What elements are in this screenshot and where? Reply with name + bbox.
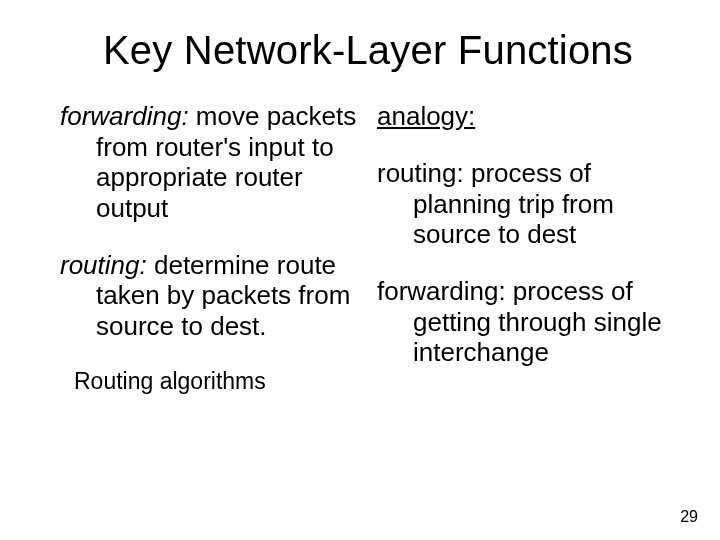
analogy-forwarding: forwarding: process of getting through s… [377,276,676,368]
forwarding-def: forwarding: move packets from router's i… [60,101,359,224]
routing-algorithms-label: Routing algorithms [74,368,359,395]
forwarding-term: forwarding: [60,101,189,131]
slide: Key Network-Layer Functions forwarding: … [0,0,720,540]
left-column: forwarding: move packets from router's i… [60,101,359,395]
routing-def: routing: determine route taken by packet… [60,250,359,342]
page-number: 29 [680,508,698,526]
right-column: analogy: routing: process of planning tr… [377,101,676,395]
slide-title: Key Network-Layer Functions [60,28,676,73]
analogy-forwarding-term: forwarding: [377,276,506,306]
columns: forwarding: move packets from router's i… [60,101,676,395]
analogy-routing: routing: process of planning trip from s… [377,158,676,250]
routing-term: routing: [60,250,147,280]
analogy-heading: analogy: [377,101,676,132]
analogy-routing-term: routing: [377,158,464,188]
